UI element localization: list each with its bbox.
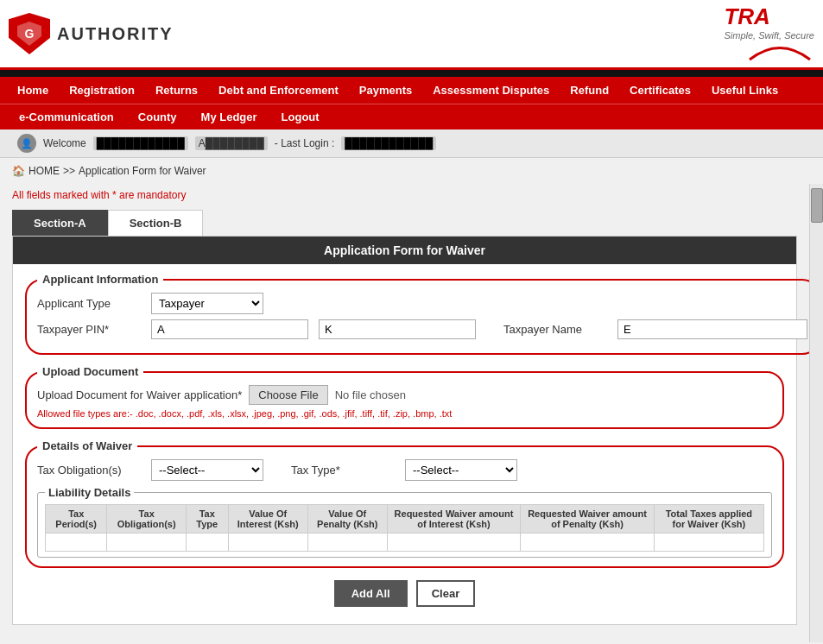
col-obligation: Tax Obligation(s): [107, 505, 187, 534]
tax-type-select[interactable]: --Select--: [405, 459, 517, 481]
nav-bottom: e-Communication County My Ledger Logout: [0, 104, 823, 129]
waiver-obligation-row: Tax Obligation(s) --Select-- Tax Type* -…: [37, 459, 772, 481]
nav-top: Home Registration Returns Debt and Enfor…: [0, 77, 823, 104]
taxpayer-name-label: Taxpayer Name: [503, 323, 607, 336]
logo-text-area: AUTHORITY: [57, 24, 174, 44]
pin-input-1[interactable]: [151, 319, 308, 339]
no-file-text: No file chosen: [335, 388, 406, 401]
logo-area: G AUTHORITY: [9, 13, 174, 54]
table-header-row: Tax Period(s) Tax Obligation(s) Tax Type…: [46, 505, 764, 534]
nav-logout[interactable]: Logout: [269, 104, 332, 129]
allowed-types-text: Allowed file types are:- .doc, .docx, .p…: [37, 408, 772, 419]
last-login-value: ████████████: [341, 136, 436, 150]
upload-label: Upload Document for Waiver application*: [37, 388, 242, 401]
add-all-button[interactable]: Add All: [334, 580, 408, 607]
nav-debt[interactable]: Debt and Enforcement: [208, 77, 349, 104]
nav-county[interactable]: County: [126, 104, 189, 129]
form-container: Application Form for Waiver Applicant In…: [12, 236, 797, 625]
breadcrumb-separator: >>: [63, 165, 75, 177]
applicant-type-select[interactable]: Taxpayer Agent Other: [151, 293, 263, 314]
scrollbar-thumb[interactable]: [811, 188, 823, 223]
welcome-bar: 👤 Welcome ████████████ A████████ - Last …: [0, 129, 823, 158]
nav-useful[interactable]: Useful Links: [701, 77, 788, 104]
welcome-username: ████████████: [93, 136, 188, 150]
clear-button[interactable]: Clear: [416, 580, 476, 607]
upload-legend: Upload Document: [37, 365, 143, 378]
taxpayer-name-input[interactable]: [617, 319, 807, 339]
tax-type-label: Tax Type*: [291, 464, 395, 477]
nav-payments[interactable]: Payments: [349, 77, 422, 104]
nav-home[interactable]: Home: [7, 77, 59, 104]
table-row: [46, 534, 764, 552]
col-req-penalty: Requested Waiver amount of Penalty (Ksh): [521, 505, 654, 534]
applicant-type-row: Applicant Type Taxpayer Agent Other: [37, 293, 807, 314]
form-title: Application Form for Waiver: [13, 237, 796, 264]
col-tax-type: Tax Type: [186, 505, 228, 534]
logo-authority: AUTHORITY: [57, 24, 174, 44]
nav-ecomm[interactable]: e-Communication: [7, 104, 126, 129]
pin-input-2[interactable]: [319, 319, 476, 339]
tabs: Section-A Section-B: [12, 210, 797, 236]
last-login-label: - Last Login :: [275, 137, 334, 149]
applicant-legend: Applicant Information: [37, 273, 163, 286]
mandatory-note: All fields marked with * are mandatory: [12, 189, 797, 201]
brand-area: TRA Simple, Swift, Secure: [724, 3, 814, 64]
col-penalty: Value Of Penalty (Ksh): [307, 505, 387, 534]
main-area: All fields marked with * are mandatory S…: [0, 184, 823, 642]
waiver-legend: Details of Waiver: [37, 439, 137, 452]
applicant-type-label: Applicant Type: [37, 297, 141, 310]
black-divider: [0, 70, 823, 77]
choose-file-button[interactable]: Choose File: [249, 385, 327, 405]
content-area: All fields marked with * are mandatory S…: [0, 184, 809, 642]
liability-legend: Liability Details: [45, 486, 134, 499]
tab-section-b[interactable]: Section-B: [108, 210, 204, 236]
breadcrumb-page: Application Form for Waiver: [79, 165, 206, 177]
liability-table: Tax Period(s) Tax Obligation(s) Tax Type…: [45, 504, 764, 552]
nav-registration[interactable]: Registration: [59, 77, 145, 104]
taxpayer-pin-row: Taxpayer PIN* Taxpayer Name: [37, 319, 807, 339]
scrollbar[interactable]: [809, 184, 823, 642]
col-period: Tax Period(s): [46, 505, 107, 534]
liability-section: Liability Details Tax Period(s) Tax Obli…: [37, 486, 772, 558]
obligation-select[interactable]: --Select--: [151, 459, 263, 481]
welcome-account: A████████: [195, 136, 268, 150]
waiver-section: Details of Waiver Tax Obligation(s) --Se…: [25, 439, 784, 568]
welcome-prefix: Welcome: [43, 137, 86, 149]
logo-shield-icon: G: [9, 13, 50, 54]
home-icon: 🏠: [12, 165, 25, 177]
col-req-interest: Requested Waiver amount of Interest (Ksh…: [387, 505, 521, 534]
header: G AUTHORITY TRA Simple, Swift, Secure: [0, 0, 823, 70]
nav-returns[interactable]: Returns: [145, 77, 208, 104]
brand-curve-icon: [745, 41, 814, 61]
nav-ledger[interactable]: My Ledger: [189, 104, 269, 129]
col-interest: Value Of Interest (Ksh): [228, 505, 307, 534]
breadcrumb: 🏠 HOME >> Application Form for Waiver: [0, 158, 823, 184]
nav-disputes[interactable]: Assessment Disputes: [422, 77, 560, 104]
obligation-label: Tax Obligation(s): [37, 464, 141, 477]
avatar: 👤: [17, 134, 36, 153]
col-total: Total Taxes applied for Waiver (Ksh): [654, 505, 763, 534]
brand-name: TRA: [724, 3, 769, 30]
form-body: Applicant Information Applicant Type Tax…: [13, 264, 796, 624]
pin-label: Taxpayer PIN*: [37, 323, 141, 336]
brand-tagline: Simple, Swift, Secure: [724, 30, 814, 41]
upload-section: Upload Document Upload Document for Waiv…: [25, 365, 784, 429]
applicant-section: Applicant Information Applicant Type Tax…: [25, 273, 809, 355]
upload-row: Upload Document for Waiver application* …: [37, 385, 772, 405]
form-buttons: Add All Clear: [25, 580, 784, 616]
breadcrumb-home[interactable]: HOME: [28, 165, 60, 177]
nav-certificates[interactable]: Certificates: [619, 77, 701, 104]
svg-text:G: G: [25, 27, 35, 41]
tab-section-a[interactable]: Section-A: [12, 210, 108, 236]
nav-refund[interactable]: Refund: [560, 77, 619, 104]
